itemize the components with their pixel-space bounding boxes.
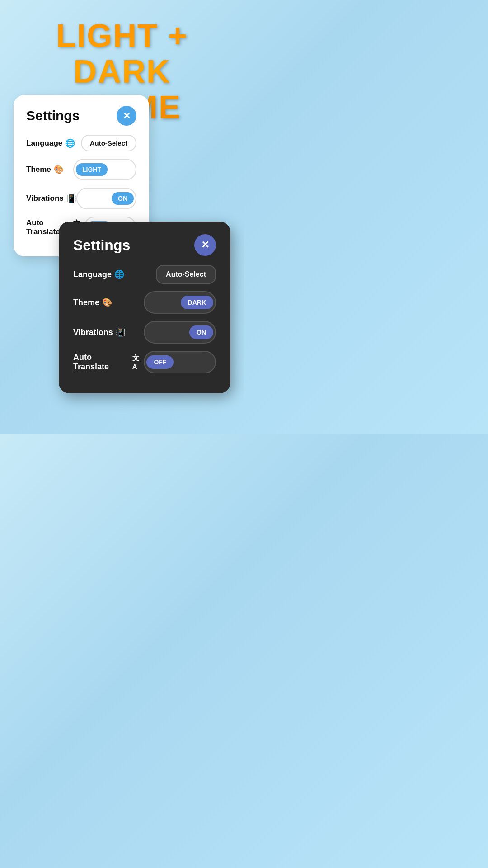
dark-theme-label: Theme 🎨 [73, 297, 112, 307]
dark-autotranslate-icon: 文A [132, 354, 144, 370]
light-vibrations-row: Vibrations 📳 ON [26, 188, 136, 209]
dark-vibrations-icon: 📳 [116, 327, 126, 337]
dark-autotranslate-toggle-thumb: OFF [146, 355, 174, 369]
dark-language-button[interactable]: Auto-Select [156, 265, 216, 284]
dark-vibrations-toggle[interactable]: ON [144, 321, 216, 344]
dark-card-title: Settings [73, 237, 130, 254]
dark-close-button[interactable]: ✕ [194, 234, 216, 256]
dark-settings-card: Settings ✕ Language 🌐 Auto-Select Theme … [59, 222, 230, 393]
light-theme-toggle[interactable]: LIGHT [73, 159, 136, 180]
light-language-label: Language 🌐 [26, 138, 75, 148]
light-language-row: Language 🌐 Auto-Select [26, 135, 136, 151]
light-close-button[interactable]: ✕ [117, 106, 136, 126]
dark-autotranslate-label: Auto Translate 文A [73, 353, 144, 372]
dark-vibrations-row: Vibrations 📳 ON [73, 321, 216, 344]
light-vibrations-icon: 📳 [66, 193, 76, 203]
dark-theme-toggle-thumb: DARK [181, 296, 213, 309]
dark-autotranslate-row: Auto Translate 文A OFF [73, 351, 216, 373]
light-vibrations-toggle[interactable]: ON [76, 188, 136, 209]
dark-vibrations-label: Vibrations 📳 [73, 327, 126, 337]
dark-language-row: Language 🌐 Auto-Select [73, 265, 216, 284]
light-theme-icon: 🎨 [54, 165, 64, 175]
light-theme-label: Theme 🎨 [26, 165, 64, 175]
dark-card-header: Settings ✕ [73, 234, 216, 256]
dark-theme-row: Theme 🎨 DARK [73, 291, 216, 314]
light-language-button[interactable]: Auto-Select [81, 135, 136, 151]
light-theme-row: Theme 🎨 LIGHT [26, 159, 136, 180]
light-vibrations-label: Vibrations 📳 [26, 193, 76, 203]
dark-autotranslate-toggle[interactable]: OFF [144, 351, 216, 373]
dark-theme-toggle[interactable]: DARK [144, 291, 216, 314]
light-language-icon: 🌐 [65, 138, 75, 148]
light-card-title: Settings [26, 108, 80, 123]
dark-language-icon: 🌐 [114, 269, 124, 279]
dark-language-label: Language 🌐 [73, 269, 124, 279]
dark-vibrations-toggle-thumb: ON [189, 326, 213, 339]
light-vibrations-toggle-thumb: ON [112, 192, 134, 205]
dark-theme-icon: 🎨 [102, 297, 112, 307]
light-theme-toggle-thumb: LIGHT [76, 163, 108, 176]
light-card-header: Settings ✕ [26, 106, 136, 126]
